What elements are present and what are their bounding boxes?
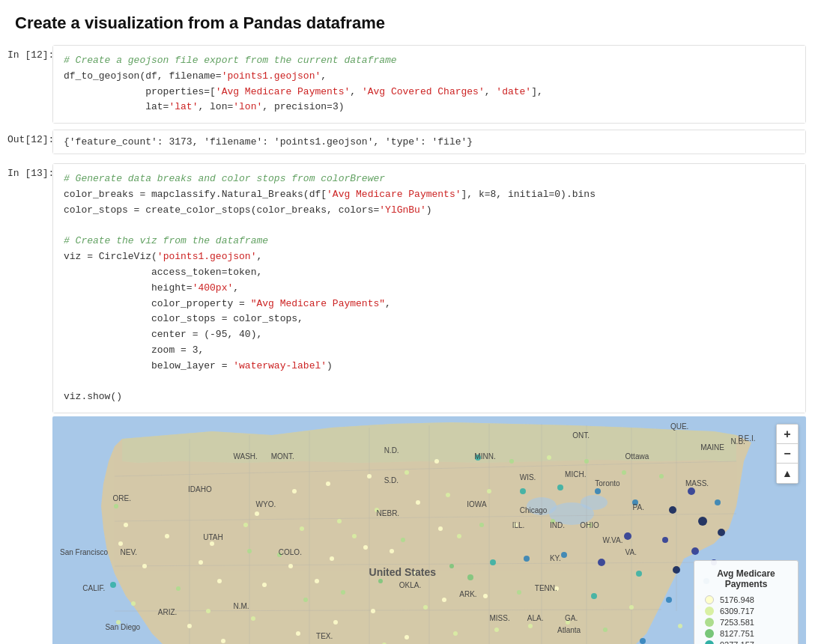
legend-item-4: 8127.751: [705, 629, 787, 638]
cell-12-output: Out[12]: {'feature_count': 3173, 'filena…: [0, 127, 818, 157]
legend-item-3: 7253.581: [705, 618, 787, 627]
legend-color-2: [705, 607, 714, 616]
cell-12-output-text: {'feature_count': 3173, 'filename': 'poi…: [53, 130, 805, 154]
legend-value-5: 9277.157: [720, 640, 754, 644]
cell-13-input: In [13]: # Generate data breaks and colo…: [0, 160, 818, 416]
cell-13-code-block: # Generate data breaks and color stops f…: [53, 164, 805, 413]
cell-13-code[interactable]: # Generate data breaks and color stops f…: [52, 163, 806, 413]
legend-value-4: 8127.751: [720, 629, 754, 638]
legend-value-3: 7253.581: [720, 618, 754, 627]
legend-color-1: [705, 595, 714, 604]
map-legend: Avg MedicarePayments 5176.948 6309.717 7…: [694, 560, 799, 644]
cell-12-code-block: # Create a geojson file export from the …: [53, 46, 805, 123]
compass-button[interactable]: ▲: [777, 464, 798, 483]
legend-color-5: [705, 640, 714, 644]
cell-12-code[interactable]: # Create a geojson file export from the …: [52, 45, 806, 124]
legend-item-5: 9277.157: [705, 640, 787, 644]
legend-item-1: 5176.948: [705, 595, 787, 604]
legend-value-2: 6309.717: [720, 607, 754, 616]
zoom-controls[interactable]: + − ▲: [776, 424, 799, 484]
cell-12-output-content: {'feature_count': 3173, 'filename': 'poi…: [52, 130, 806, 154]
svg-point-3: [581, 495, 608, 510]
page-title: Create a visualization from a Pandas dat…: [0, 0, 818, 42]
cell-12-input: In [12]: # Create a geojson file export …: [0, 42, 818, 127]
legend-color-4: [705, 629, 714, 638]
legend-item-2: 6309.717: [705, 607, 787, 616]
zoom-in-button[interactable]: +: [777, 425, 798, 444]
cell-12-label: In [12]:: [0, 42, 52, 127]
legend-title: Avg MedicarePayments: [705, 568, 787, 589]
map-container[interactable]: WASH. ORE. IDAHO NEV. CALIF. ARIZ. MONT.…: [52, 416, 806, 644]
cell-13-label: In [13]:: [0, 160, 52, 416]
legend-value-1: 5176.948: [720, 595, 754, 604]
zoom-out-button[interactable]: −: [777, 444, 798, 464]
legend-color-3: [705, 618, 714, 627]
cell-12-output-label: Out[12]:: [0, 127, 52, 157]
